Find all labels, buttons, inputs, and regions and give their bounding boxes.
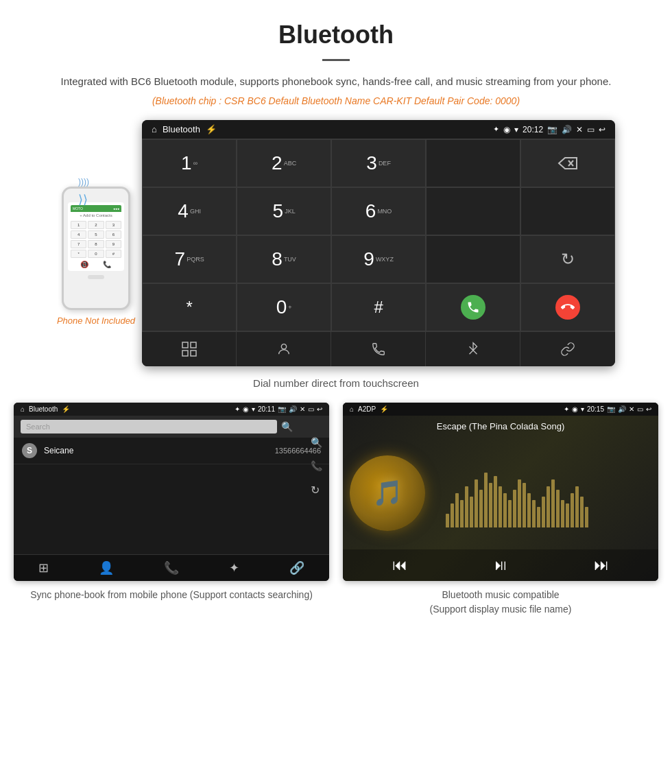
- phone-mockup-wrap: )))) ⟩⟩ MOTO ●●● + Add to Contacts 1 2: [57, 174, 135, 326]
- music-a2dp-label: A2DP: [358, 405, 376, 413]
- music-home-icon[interactable]: ⌂: [350, 405, 354, 413]
- dial-bottom-bluetooth[interactable]: [426, 332, 520, 366]
- pb-back-icon[interactable]: ↩: [317, 405, 322, 413]
- dial-key-6[interactable]: 6MNO: [331, 187, 426, 235]
- pb-nav-phone[interactable]: 📞: [164, 560, 179, 575]
- dial-key-0[interactable]: 0+: [237, 283, 331, 331]
- volume-icon[interactable]: 🔊: [562, 125, 572, 134]
- visualizer-bar: [585, 507, 588, 527]
- pb-vol-icon[interactable]: 🔊: [289, 405, 297, 413]
- music-playpause-button[interactable]: ⏯: [493, 556, 508, 574]
- pb-time: 20:11: [258, 405, 275, 413]
- pb-home-icon[interactable]: ⌂: [21, 405, 25, 413]
- music-album-art: 🎵: [350, 455, 425, 531]
- pb-right-refresh-icon[interactable]: ↻: [311, 484, 322, 497]
- visualizer-bar: [479, 490, 483, 527]
- dial-key-7[interactable]: 7PQRS: [142, 235, 237, 283]
- phone-key-9: 9: [106, 240, 121, 248]
- music-vol-icon[interactable]: 🔊: [618, 405, 626, 413]
- music-note-icon: 🎵: [372, 479, 403, 508]
- dial-key-2[interactable]: 2ABC: [237, 139, 331, 187]
- music-song-title: Escape (The Pina Colada Song): [437, 421, 564, 431]
- visualizer-bar: [508, 500, 512, 527]
- music-next-button[interactable]: ⏭: [594, 556, 609, 574]
- music-back-icon[interactable]: ↩: [646, 405, 651, 413]
- dial-call-red[interactable]: [520, 283, 615, 331]
- music-caption: Bluetooth music compatible(Support displ…: [430, 588, 572, 617]
- dial-key-1[interactable]: 1∞: [142, 139, 237, 187]
- dial-bottom-phone[interactable]: [331, 332, 426, 366]
- visualizer-bar: [499, 486, 502, 527]
- dial-key-8[interactable]: 8TUV: [237, 235, 331, 283]
- pb-search-icon[interactable]: 🔍: [281, 421, 293, 432]
- pb-right-call-icon[interactable]: 📞: [311, 460, 322, 471]
- visualizer-bar: [575, 486, 579, 527]
- close-icon[interactable]: ✕: [576, 125, 583, 134]
- dial-bottom-grid[interactable]: [142, 332, 237, 366]
- music-camera-icon[interactable]: 📷: [607, 405, 615, 413]
- dial-bottom-contacts[interactable]: [237, 332, 331, 366]
- dial-empty-1: [426, 139, 520, 187]
- call-answer-button[interactable]: [461, 295, 485, 320]
- visualizer-bar: [484, 473, 488, 527]
- phone-key-3: 3: [106, 221, 121, 229]
- music-loc-icon: ◉: [572, 405, 578, 413]
- visualizer-bar: [513, 490, 516, 527]
- dial-key-hash[interactable]: #: [331, 283, 426, 331]
- phone-not-included-label: Phone Not Included: [57, 316, 135, 326]
- dial-bottom-link[interactable]: [520, 332, 615, 366]
- visualizer-bar: [518, 479, 521, 527]
- dial-backspace[interactable]: [520, 139, 615, 187]
- music-visualizer: [439, 459, 651, 527]
- back-icon[interactable]: ↩: [599, 125, 605, 134]
- music-time: 20:15: [587, 405, 604, 413]
- camera-icon[interactable]: 📷: [547, 125, 557, 134]
- svg-rect-5: [191, 351, 196, 356]
- pb-close-icon[interactable]: ✕: [300, 405, 305, 413]
- pb-camera-icon[interactable]: 📷: [278, 405, 286, 413]
- dial-key-5[interactable]: 5JKL: [237, 187, 331, 235]
- music-close-icon[interactable]: ✕: [629, 405, 634, 413]
- screen-icon[interactable]: ▭: [587, 125, 595, 134]
- pb-right-search-icon[interactable]: 🔍: [311, 437, 322, 448]
- pb-usb-icon: ⚡: [62, 405, 70, 413]
- main-content: )))) ⟩⟩ MOTO ●●● + Add to Contacts 1 2: [0, 113, 672, 623]
- pb-search-input[interactable]: Search: [21, 420, 277, 433]
- dial-key-star[interactable]: *: [142, 283, 237, 331]
- dial-key-4[interactable]: 4GHI: [142, 187, 237, 235]
- music-bt-icon: ✦: [564, 405, 569, 413]
- pb-nav-link[interactable]: 🔗: [289, 560, 304, 575]
- pb-screen-icon[interactable]: ▭: [308, 405, 314, 413]
- visualizer-bar: [547, 486, 550, 527]
- dial-key-9[interactable]: 9WXYZ: [331, 235, 426, 283]
- visualizer-bar: [532, 500, 536, 527]
- phonebook-screenshot: ⌂ Bluetooth ⚡ ✦ ◉ ▾ 20:11 📷 🔊 ✕ ▭ ↩: [14, 403, 329, 581]
- music-screen: ⌂ A2DP ⚡ ✦ ◉ ▾ 20:15 📷 🔊 ✕ ▭: [343, 403, 658, 581]
- dial-key-3[interactable]: 3DEF: [331, 139, 426, 187]
- phonebook-caption: Sync phone-book from mobile phone (Suppo…: [30, 588, 313, 602]
- phone-key-5: 5: [88, 230, 104, 239]
- dial-screen: ⌂ Bluetooth ⚡ ✦ ◉ ▾ 20:12 📷 🔊 ✕ ▭ ↩: [142, 120, 615, 366]
- home-icon[interactable]: ⌂: [152, 124, 157, 134]
- music-screenshot: ⌂ A2DP ⚡ ✦ ◉ ▾ 20:15 📷 🔊 ✕ ▭: [343, 403, 658, 581]
- visualizer-bar: [542, 497, 545, 527]
- pb-contact-avatar: S: [22, 443, 37, 458]
- dial-bluetooth-label: Bluetooth: [163, 124, 200, 134]
- pb-nav-grid[interactable]: ⊞: [38, 560, 49, 575]
- phone-key-4: 4: [71, 230, 86, 239]
- dial-bottom-bar: [142, 331, 615, 366]
- music-screen-icon[interactable]: ▭: [637, 405, 643, 413]
- pb-nav-user[interactable]: 👤: [99, 560, 114, 575]
- pb-contact-name: Seicane: [44, 446, 275, 455]
- pb-contact-row[interactable]: S Seicane 13566664466: [14, 438, 329, 464]
- dial-call-green[interactable]: [426, 283, 520, 331]
- phone-key-2: 2: [88, 221, 104, 229]
- dial-status-left: ⌂ Bluetooth ⚡: [152, 124, 217, 134]
- call-end-button[interactable]: [555, 295, 580, 320]
- phone-key-6: 6: [106, 230, 121, 239]
- dial-refresh[interactable]: ↻: [520, 235, 615, 283]
- pb-nav-bluetooth[interactable]: ✦: [229, 560, 239, 575]
- music-prev-button[interactable]: ⏮: [392, 556, 407, 574]
- dial-status-right: ✦ ◉ ▾ 20:12 📷 🔊 ✕ ▭ ↩: [493, 125, 605, 134]
- top-section: )))) ⟩⟩ MOTO ●●● + Add to Contacts 1 2: [21, 120, 651, 366]
